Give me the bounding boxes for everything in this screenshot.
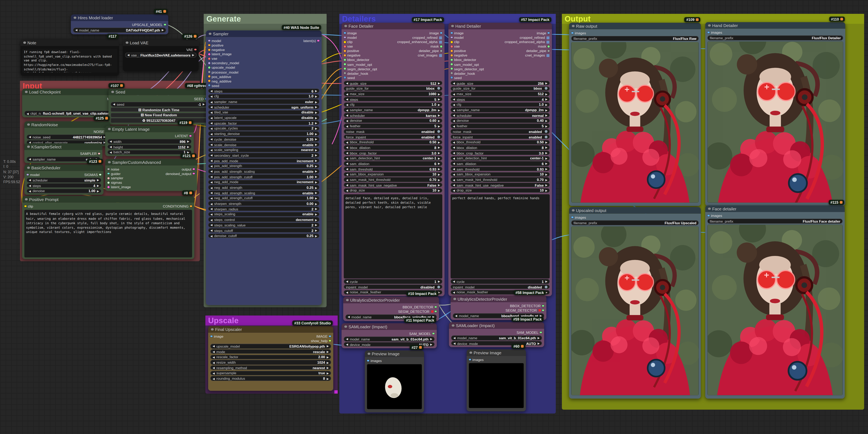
input-dot[interactable] xyxy=(27,174,29,176)
collapse-dot-icon[interactable] xyxy=(108,128,111,130)
input-dot[interactable] xyxy=(344,32,346,34)
node-header[interactable]: Raw output xyxy=(569,23,701,29)
input-slot-segm_detector_opt[interactable]: segm_detector_opt xyxy=(451,67,484,70)
input-slot-images[interactable]: images xyxy=(367,359,381,363)
increment-arrow-icon[interactable]: ▶ xyxy=(315,121,317,125)
input-slot-positive[interactable]: positive xyxy=(344,49,377,53)
input-slot-clip[interactable]: clip xyxy=(451,40,484,44)
widget-max_size[interactable]: ◀max_size512▶ xyxy=(451,91,550,96)
decrement-arrow-icon[interactable]: ◀ xyxy=(29,189,31,192)
node-hand_detailer[interactable]: #57 Impact PackHand Detailerimagemodelcl… xyxy=(448,23,552,296)
widget-bbox_dilation[interactable]: ◀bbox_dilation8▶ xyxy=(451,145,550,150)
widget-upscale_factor[interactable]: ◀upscale_factor1.2▶ xyxy=(208,121,319,125)
decrement-arrow-icon[interactable]: ◀ xyxy=(210,175,213,178)
toggle-dot-icon[interactable] xyxy=(437,87,440,90)
input-dot[interactable] xyxy=(107,182,110,184)
decrement-arrow-icon[interactable]: ◀ xyxy=(346,146,348,149)
increment-arrow-icon[interactable]: ▶ xyxy=(438,92,440,95)
widget-model_name[interactable]: ◀model_namesam_vit_b_01ec64.pth▶ xyxy=(451,336,542,340)
input-slot-bbox_detector[interactable]: bbox_detector xyxy=(344,58,377,62)
widget-guide_size[interactable]: ◀guide_size256▶ xyxy=(451,81,550,86)
input-slot-clip[interactable]: clip xyxy=(24,204,33,208)
node-save_hand[interactable]: #110Hand Detailerimagesfilename_prefixFl… xyxy=(705,22,845,206)
input-slot-images[interactable]: images xyxy=(571,215,586,219)
node-header[interactable]: RandomNoise xyxy=(24,121,110,128)
increment-arrow-icon[interactable]: ▶ xyxy=(97,184,99,187)
decrement-arrow-icon[interactable]: ◀ xyxy=(213,355,215,359)
node-header[interactable]: BasicScheduler xyxy=(24,164,103,171)
increment-arrow-icon[interactable]: ▶ xyxy=(546,92,548,95)
input-slot-upscale_model[interactable]: upscale_model xyxy=(208,66,239,69)
widget-denoise[interactable]: ◀denoise1.00▶ xyxy=(27,188,101,193)
widget-width[interactable]: ◀width896▶ xyxy=(107,139,191,144)
widget-scale_denoise[interactable]: ◀scale_denoiseenable▶ xyxy=(208,142,319,147)
decrement-arrow-icon[interactable]: ◀ xyxy=(210,148,213,151)
widget-drop_size[interactable]: ◀drop_size10▶ xyxy=(344,188,442,193)
collapse-dot-icon[interactable] xyxy=(27,123,29,126)
increment-arrow-icon[interactable]: ▶ xyxy=(546,162,548,165)
increment-arrow-icon[interactable]: ▶ xyxy=(546,98,548,101)
increment-arrow-icon[interactable]: ▶ xyxy=(315,153,317,157)
decrement-arrow-icon[interactable]: ◀ xyxy=(346,162,348,165)
input-slot-images[interactable]: images xyxy=(571,31,586,35)
widget-sam_mask_hint_threshold[interactable]: ◀sam_mask_hint_threshold0.70▶ xyxy=(451,177,550,182)
output-dot[interactable] xyxy=(542,309,544,311)
decrement-arrow-icon[interactable]: ◀ xyxy=(453,189,455,192)
widget-denoise[interactable]: ◀denoise0.40▶ xyxy=(451,118,550,123)
input-dot[interactable] xyxy=(344,36,346,38)
input-slot-segm_detector_opt[interactable]: segm_detector_opt xyxy=(344,67,377,70)
widget-scale_sampling[interactable]: ◀scale_samplingnearest▶ xyxy=(208,148,319,152)
decrement-arrow-icon[interactable]: ◀ xyxy=(346,151,348,154)
output-slot-IMAGE[interactable]: IMAGE xyxy=(311,334,331,338)
collapse-dot-icon[interactable] xyxy=(451,25,454,27)
decrement-arrow-icon[interactable]: ◀ xyxy=(110,145,112,148)
output-dot[interactable] xyxy=(440,50,442,52)
toggle-dot-icon[interactable] xyxy=(437,285,440,288)
decrement-arrow-icon[interactable]: ◀ xyxy=(453,98,455,101)
increment-arrow-icon[interactable]: ▶ xyxy=(315,95,317,98)
widget-sam_detection_hint[interactable]: ◀sam_detection_hintcenter-1▶ xyxy=(344,156,442,161)
increment-arrow-icon[interactable]: ▶ xyxy=(327,355,329,359)
increment-arrow-icon[interactable]: ▶ xyxy=(187,140,189,143)
decrement-arrow-icon[interactable]: ◀ xyxy=(213,361,215,364)
increment-arrow-icon[interactable]: ▶ xyxy=(438,167,440,170)
decrement-arrow-icon[interactable]: ◀ xyxy=(110,140,112,143)
widget-sam_threshold[interactable]: ◀sam_threshold0.93▶ xyxy=(344,167,442,172)
node-sampler_custom[interactable]: #121SamplerCustomAdvancednoiseguidersamp… xyxy=(105,159,197,191)
decrement-arrow-icon[interactable]: ◀ xyxy=(210,213,213,216)
input-slot-image[interactable]: image xyxy=(210,334,223,338)
output-slot-SIGMAS[interactable]: SIGMAS xyxy=(84,173,101,177)
toggle-dot-icon[interactable] xyxy=(545,130,548,133)
prompt-textarea[interactable]: A beautiful female cyborg with red glass… xyxy=(24,210,192,257)
toggle-dot-icon[interactable] xyxy=(545,285,548,288)
widget-sam_dilation[interactable]: ◀sam_dilation6▶ xyxy=(451,161,550,166)
output-slot-cnet_images[interactable]: ▦cnet_images xyxy=(397,53,442,57)
output-dot[interactable] xyxy=(190,205,192,207)
toggle-dot-icon[interactable] xyxy=(437,130,440,133)
node-header[interactable]: Sampler xyxy=(206,30,321,37)
widget-vae_name[interactable]: ◀vae_nameFlux\flux1DevVAE.safetensors▶ xyxy=(125,53,196,57)
increment-arrow-icon[interactable]: ▶ xyxy=(315,127,317,130)
node-header[interactable]: Hand Detailer xyxy=(705,22,845,29)
increment-arrow-icon[interactable]: ▶ xyxy=(315,186,317,189)
input-dot[interactable] xyxy=(208,44,210,46)
decrement-arrow-icon[interactable]: ◀ xyxy=(210,218,213,221)
node-header[interactable]: Hires Model loader xyxy=(71,14,168,21)
increment-arrow-icon[interactable]: ▶ xyxy=(315,218,317,221)
node-header[interactable]: Face Detailer xyxy=(342,23,444,29)
widget-upscale_model[interactable]: ◀upscale_modelESRGAN\lollypop.pth▶ xyxy=(210,344,331,349)
decrement-arrow-icon[interactable]: ◀ xyxy=(113,103,115,106)
increment-arrow-icon[interactable]: ▶ xyxy=(438,183,440,187)
widget-sampler_name[interactable]: ◀sampler_namedpmpp_2m▶ xyxy=(451,107,550,112)
output-dot[interactable] xyxy=(193,168,195,170)
input-slot-clip[interactable]: clip xyxy=(344,40,377,44)
widget-pos_add_strength_cutoff[interactable]: ◀pos_add_strength_cutoff1.00▶ xyxy=(208,175,319,179)
widget-guide_size_for[interactable]: guide_size_forbbox xyxy=(344,86,442,91)
collapse-dot-icon[interactable] xyxy=(368,352,370,355)
increment-arrow-icon[interactable]: ▶ xyxy=(546,189,548,192)
increment-arrow-icon[interactable]: ▶ xyxy=(327,371,329,375)
widget-scheduler[interactable]: ◀schedulersgm_uniform▶ xyxy=(208,105,319,110)
input-slot-vae[interactable]: vae xyxy=(208,57,239,61)
node-ultra_hand[interactable]: #58 Impact PackUltralyticsDetectorProvid… xyxy=(451,296,547,320)
widget-sam_bbox_expansion[interactable]: ◀sam_bbox_expansion10▶ xyxy=(344,172,442,177)
